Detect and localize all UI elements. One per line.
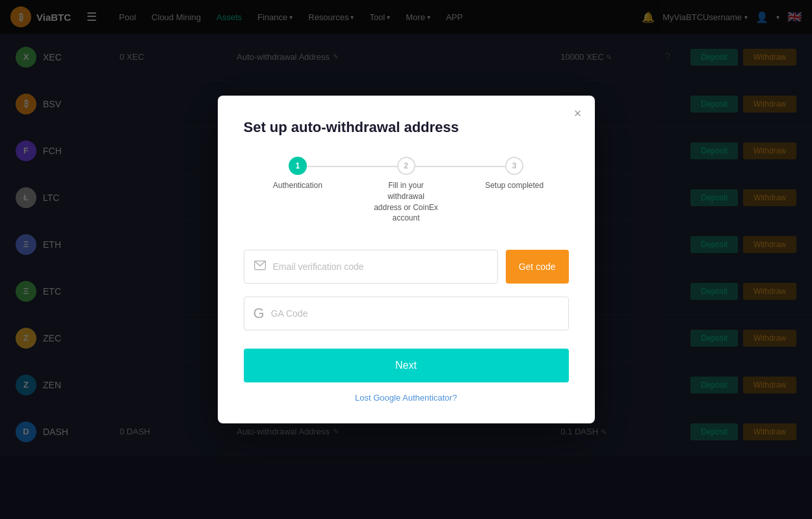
modal-overlay: × Set up auto-withdrawal address 1 Authe… [0, 0, 812, 519]
step-1-circle: 1 [289, 157, 307, 175]
modal-close-button[interactable]: × [574, 106, 582, 121]
email-icon [254, 259, 267, 275]
lost-ga-link[interactable]: Lost Google Authenticator? [244, 393, 569, 403]
step-2-circle: 2 [397, 157, 415, 175]
stepper: 1 Authentication 2 Fill in your withdraw… [244, 157, 569, 224]
ga-code-input[interactable] [271, 308, 559, 319]
ga-input-group: G [244, 297, 569, 330]
modal-title: Set up auto-withdrawal address [244, 119, 569, 136]
email-input-group [244, 250, 498, 284]
get-code-button[interactable]: Get code [506, 250, 569, 284]
step-1: 1 Authentication [244, 157, 352, 191]
step-2-label: Fill in your withdrawal address or CoinE… [374, 180, 439, 224]
step-3-circle: 3 [505, 157, 523, 175]
email-row: Get code [244, 250, 569, 284]
step-3-label: Setup completed [485, 180, 544, 191]
email-verification-input[interactable] [273, 261, 488, 272]
step-1-label: Authentication [273, 180, 322, 191]
ga-icon: G [254, 305, 265, 322]
step-line-1 [307, 166, 397, 167]
auto-withdrawal-modal: × Set up auto-withdrawal address 1 Authe… [218, 96, 595, 423]
step-line-2 [415, 166, 506, 167]
next-button[interactable]: Next [244, 349, 569, 382]
step-3: 3 Setup completed [460, 157, 569, 191]
